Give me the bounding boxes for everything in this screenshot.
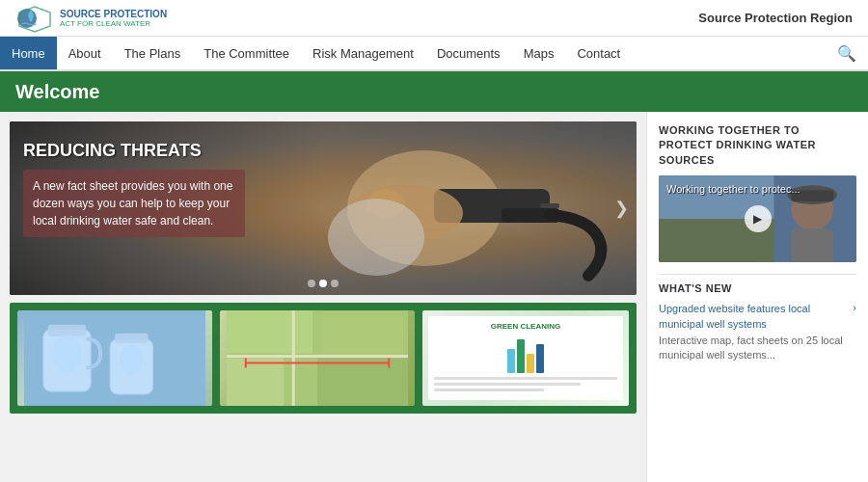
video-thumbnail[interactable]: Working together to protec... ▶ xyxy=(659,175,856,262)
hero-banner[interactable]: REDUCING THREATS A new fact sheet provid… xyxy=(10,121,637,295)
search-button[interactable]: 🔍 xyxy=(826,44,868,63)
video-play-button[interactable]: ▶ xyxy=(745,205,772,232)
nav-item-plans[interactable]: The Plans xyxy=(113,37,193,69)
nav-item-risk[interactable]: Risk Management xyxy=(301,37,425,69)
news-item-1: Upgraded website features local municipa… xyxy=(659,302,856,363)
logo-icon xyxy=(15,3,54,34)
sidebar-divider xyxy=(659,274,856,275)
water-jug-illustration xyxy=(17,310,212,406)
hero-title: REDUCING THREATS xyxy=(23,141,245,162)
whats-new-title: WHAT'S NEW xyxy=(659,282,856,294)
news-item-1-sub: Interactive map, fact sheets on 25 local… xyxy=(659,334,856,363)
svg-rect-18 xyxy=(317,359,408,407)
svg-rect-14 xyxy=(115,334,149,343)
nav-item-home[interactable]: Home xyxy=(0,37,57,69)
video-label: Working together to protec... xyxy=(666,183,800,195)
thumb-water-jugs[interactable] xyxy=(17,310,212,406)
logo-area: SOURCE PROTECTION ACT FOR CLEAN WATER xyxy=(15,3,167,34)
svg-rect-28 xyxy=(791,228,833,262)
hero-illustration xyxy=(203,121,608,295)
right-sidebar: WORKING TOGETHER TO PROTECT DRINKING WAT… xyxy=(646,112,868,482)
hero-dot-3[interactable] xyxy=(331,280,339,287)
left-content: REDUCING THREATS A new fact sheet provid… xyxy=(0,112,646,482)
thumb-aerial-map[interactable] xyxy=(220,310,415,406)
nav-item-documents[interactable]: Documents xyxy=(425,37,512,69)
map-illustration xyxy=(220,310,415,406)
header: SOURCE PROTECTION ACT FOR CLEAN WATER So… xyxy=(0,0,868,37)
nav-items: Home About The Plans The Committee Risk … xyxy=(0,37,826,69)
main-nav: Home About The Plans The Committee Risk … xyxy=(0,37,868,71)
hero-dot-1[interactable] xyxy=(308,280,315,287)
nav-item-contact[interactable]: Contact xyxy=(565,37,632,69)
hero-dots xyxy=(308,280,339,287)
hero-next-arrow[interactable]: ❯ xyxy=(614,198,629,219)
svg-rect-20 xyxy=(322,315,403,354)
hero-dot-2[interactable] xyxy=(319,280,327,287)
welcome-bar: Welcome xyxy=(0,71,868,112)
nav-item-about[interactable]: About xyxy=(57,37,113,69)
svg-point-8 xyxy=(328,199,424,276)
svg-point-12 xyxy=(53,335,82,373)
thumbnail-row: GREEN CLEANING xyxy=(10,303,637,414)
hero-description: A new fact sheet provides you with one d… xyxy=(23,170,245,237)
video-section-title: WORKING TOGETHER TO PROTECT DRINKING WAT… xyxy=(659,123,856,168)
svg-rect-5 xyxy=(540,203,559,208)
svg-rect-17 xyxy=(227,310,312,354)
nav-item-maps[interactable]: Maps xyxy=(512,37,566,69)
news-item-1-text[interactable]: Upgraded website features local municipa… xyxy=(659,302,853,332)
svg-point-15 xyxy=(120,345,143,376)
svg-rect-19 xyxy=(227,359,284,407)
thumb-green-cleaning[interactable]: GREEN CLEANING xyxy=(422,310,629,406)
region-label: Source Protection Region xyxy=(698,11,853,25)
main-content: REDUCING THREATS A new fact sheet provid… xyxy=(0,112,868,482)
nav-item-committee[interactable]: The Committee xyxy=(192,37,301,69)
thumb-3-title: GREEN CLEANING xyxy=(434,322,617,331)
hero-text-box: REDUCING THREATS A new fact sheet provid… xyxy=(23,141,245,237)
welcome-title: Welcome xyxy=(15,81,99,103)
logo-text: SOURCE PROTECTION ACT FOR CLEAN WATER xyxy=(60,9,167,28)
news-item-1-arrow: › xyxy=(853,302,856,313)
